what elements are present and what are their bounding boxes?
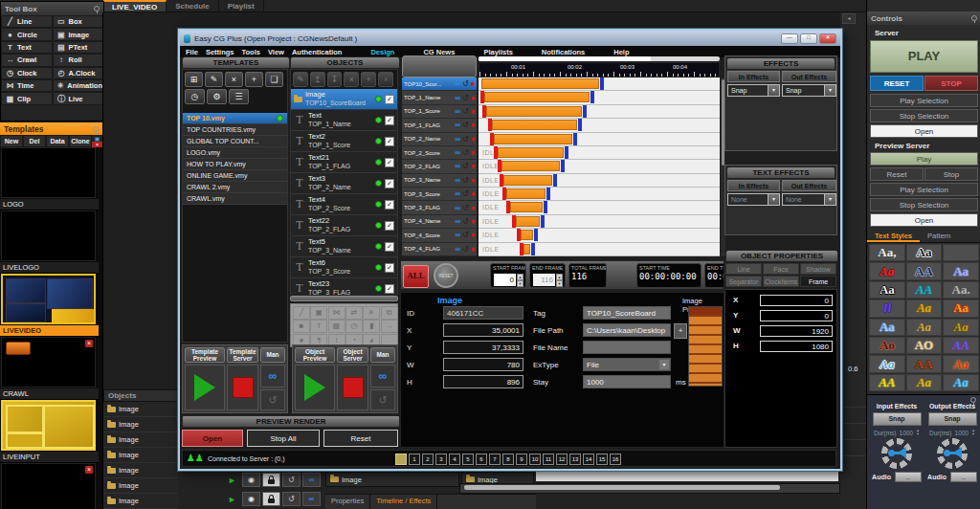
objects-scrollbox[interactable] (290, 296, 398, 301)
op-tab-line[interactable]: Line (725, 263, 762, 275)
rename-icon[interactable]: ✎ (205, 72, 223, 87)
out-marker[interactable] (573, 133, 577, 145)
track-header[interactable]: TOP_4_Name∞↺■ (402, 215, 477, 229)
track-lane[interactable] (479, 119, 720, 132)
loop-icon[interactable]: ↺ (462, 217, 469, 226)
op-x-input[interactable]: 0 (760, 295, 833, 306)
eye-icon[interactable]: ◉ (242, 492, 260, 506)
new-template-icon[interactable]: ⊞ (185, 72, 203, 87)
tool-box[interactable]: ▭Box (53, 15, 104, 28)
stop-icon[interactable]: ■ (471, 246, 475, 253)
duplicate-icon[interactable]: ❏ (265, 72, 283, 87)
background-hscrollbar[interactable] (459, 483, 840, 494)
timeline-bar[interactable] (492, 120, 577, 130)
stay-input[interactable]: 1000 (583, 375, 671, 388)
text-style-tile[interactable]: Aa (943, 374, 979, 391)
visibility-checkbox[interactable]: ✓ (385, 116, 394, 125)
timeline-bar[interactable] (506, 188, 546, 199)
tab-playlist[interactable]: Playlist (219, 0, 264, 11)
text-style-tile[interactable]: Aa (943, 355, 979, 372)
loop-icon[interactable]: ↺ (462, 176, 469, 185)
track-lane[interactable] (479, 133, 720, 146)
stop-icon[interactable]: ■ (471, 108, 475, 115)
track-header[interactable]: TOP_3_FLAG∞↺■ (402, 201, 477, 214)
manual-loop-pad[interactable]: ↺ (370, 389, 395, 410)
preview-open-button[interactable]: Open (870, 213, 978, 227)
page-button[interactable]: 1 (409, 454, 420, 465)
loop-icon[interactable]: ↺ (282, 473, 301, 487)
text-style-tile[interactable]: Il (869, 299, 905, 317)
track-lane[interactable] (479, 91, 720, 104)
track-header[interactable]: TOP_3_Name∞↺■ (402, 174, 477, 188)
stop-icon[interactable]: ■ (471, 149, 475, 156)
timeline-bar[interactable] (521, 230, 533, 240)
add-icon[interactable]: + (361, 72, 376, 87)
text-style-tile[interactable]: Aa (906, 244, 943, 261)
preview-play-button[interactable]: Play (870, 152, 978, 166)
infinity-icon[interactable]: ∞ (302, 492, 321, 506)
menu-notifications[interactable]: Notifications (542, 48, 585, 56)
text-style-tile[interactable]: AA (869, 374, 905, 391)
infinity-icon[interactable]: ∞ (455, 121, 460, 129)
stop-icon[interactable]: ■ (471, 177, 475, 184)
duration-input[interactable]: 1000 (955, 430, 969, 436)
spinner-icon[interactable]: ▲ ▼ (916, 429, 920, 436)
track-header[interactable]: TOP_2_Score∞↺■ (402, 146, 477, 160)
text-style-tile[interactable]: Aa (869, 319, 905, 336)
text-style-tile[interactable]: Aa (869, 355, 905, 372)
loop-icon[interactable]: ↺ (462, 121, 469, 129)
close-red-icon[interactable]: × (85, 340, 93, 347)
server-stop-button[interactable]: STOP (924, 76, 978, 91)
server-play-selection-button[interactable]: Play Selection (870, 94, 978, 107)
start-frame-spinner[interactable]: ▲▼ (517, 274, 523, 286)
reset-dial-button[interactable]: RESET (434, 263, 458, 288)
pin-icon[interactable] (93, 126, 99, 132)
eye-icon[interactable]: ◉ (242, 473, 260, 487)
menu-file[interactable]: File (186, 48, 198, 56)
infinity-icon[interactable]: ∞ (302, 473, 321, 487)
tag-input[interactable]: TOP10_ScoreBoard (583, 306, 671, 320)
page-button[interactable]: 3 (435, 454, 447, 465)
snap-button[interactable]: Snap (928, 412, 977, 426)
background-object-row[interactable]: Image (103, 448, 179, 463)
text-style-tile[interactable]: Aa, (869, 244, 905, 261)
template-item[interactable]: CRAWL 2.vmy (183, 182, 287, 193)
in-effects-select[interactable]: Snap▾ (727, 84, 780, 97)
preview-play-selection-button[interactable]: Play Selection (870, 183, 978, 196)
clone-button[interactable]: Clone (69, 135, 92, 147)
visibility-checkbox[interactable]: ✓ (385, 179, 394, 188)
background-object-row[interactable]: Image (103, 463, 179, 478)
preview-reset-button[interactable]: Reset (870, 167, 924, 181)
minimize-button[interactable]: — (781, 33, 798, 44)
file-name-input[interactable] (583, 341, 671, 354)
loop-icon[interactable]: ↺ (462, 79, 469, 88)
infinity-icon[interactable]: ∞ (455, 148, 460, 157)
tool-live[interactable]: ⓘLive (53, 92, 104, 104)
page-button[interactable]: 5 (462, 454, 474, 465)
sidebar-template-thumbnail[interactable] (1, 147, 96, 198)
timeline-bar[interactable] (516, 216, 540, 227)
tool-roll[interactable]: ↕Roll (53, 54, 104, 66)
preview-play-pad[interactable] (295, 365, 335, 410)
text-style-tile[interactable]: AO (906, 337, 943, 354)
timeline-bar[interactable] (484, 92, 590, 102)
manual-infinity-pad[interactable]: ∞ (260, 365, 285, 387)
infinity-icon[interactable]: ∞ (455, 245, 460, 254)
extype-input[interactable]: File▾ (583, 358, 671, 371)
text-style-tile[interactable]: Aa (943, 319, 979, 336)
preview-stop-pad[interactable] (227, 365, 258, 410)
loop-icon[interactable]: ↺ (462, 148, 469, 157)
infinity-icon[interactable]: ∞ (455, 107, 460, 116)
page-button[interactable]: 15 (596, 454, 608, 465)
infinity-icon[interactable]: ∞ (455, 231, 460, 239)
track-lane[interactable] (479, 105, 720, 119)
track-lane[interactable]: IDLE (479, 160, 720, 173)
visibility-checkbox[interactable]: ✓ (385, 221, 394, 231)
out-marker[interactable] (541, 215, 545, 228)
server-play-button[interactable]: PLAY (870, 40, 978, 73)
object-item[interactable]: TText6TOP_3_Score✓ (291, 257, 397, 278)
background-object-row[interactable]: Image (103, 494, 179, 509)
background-object-row[interactable]: Image (103, 402, 179, 417)
track-lane[interactable] (479, 77, 720, 91)
op-h-input[interactable]: 1080 (760, 341, 833, 352)
